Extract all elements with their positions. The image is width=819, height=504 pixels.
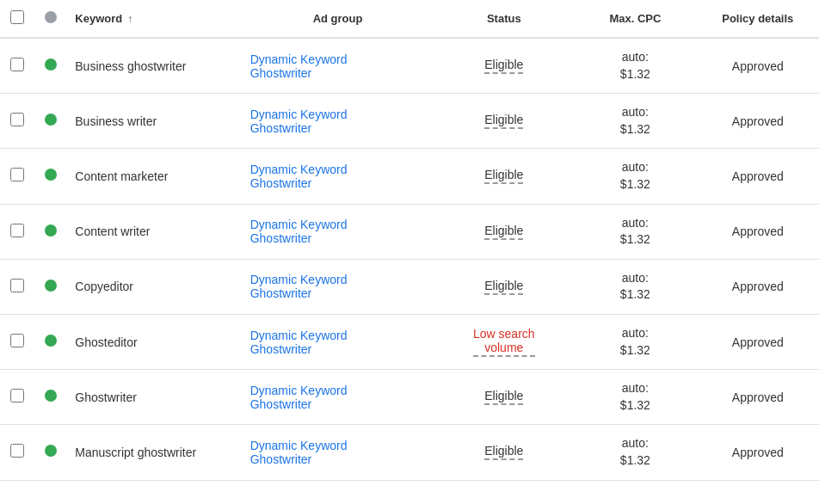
adgroup-link[interactable]: Dynamic KeywordGhostwriter <box>250 384 348 411</box>
row-status-dot-cell <box>35 204 67 259</box>
status-dot-icon <box>45 169 57 181</box>
status-dot-icon <box>45 114 57 126</box>
table-row: Business ghostwriterDynamic KeywordGhost… <box>0 38 819 94</box>
row-checkbox[interactable] <box>10 224 24 237</box>
row-checkbox-cell <box>0 204 35 259</box>
adgroup-link[interactable]: Dynamic KeywordGhostwriter <box>250 52 348 80</box>
header-adgroup: Ad group <box>242 0 434 38</box>
row-checkbox-cell <box>0 314 35 369</box>
row-maxcpc: auto:$1.32 <box>574 370 696 425</box>
row-adgroup[interactable]: Dynamic KeywordGhostwriter <box>242 149 434 204</box>
row-status-dot-cell <box>35 259 67 314</box>
row-checkbox-cell <box>0 259 35 314</box>
status-dot-icon <box>45 335 57 347</box>
table-row: GhosteditorDynamic KeywordGhostwriterLow… <box>0 314 819 369</box>
adgroup-link[interactable]: Dynamic KeywordGhostwriter <box>250 273 348 300</box>
maxcpc-value: auto:$1.32 <box>582 159 687 193</box>
header-dot-col <box>35 0 67 38</box>
maxcpc-value: auto:$1.32 <box>582 435 687 469</box>
row-maxcpc: auto:$1.32 <box>574 38 696 94</box>
row-checkbox[interactable] <box>10 168 24 181</box>
keyword-header-label: Keyword <box>75 12 122 25</box>
row-status: Eligible <box>434 204 574 259</box>
row-policy: Approved <box>697 259 819 314</box>
adgroup-link[interactable]: Dynamic KeywordGhostwriter <box>250 439 348 466</box>
row-status-dot-cell <box>35 370 67 425</box>
adgroup-link[interactable]: Dynamic KeywordGhostwriter <box>250 329 348 356</box>
maxcpc-value: auto:$1.32 <box>582 380 687 414</box>
row-keyword: Content writer <box>66 204 241 259</box>
status-dot-icon <box>45 445 57 457</box>
row-checkbox-cell <box>0 38 35 94</box>
status-dot-icon <box>45 58 57 71</box>
row-keyword: Business ghostwriter <box>66 38 241 94</box>
header-status: Status <box>434 0 574 38</box>
header-dot-icon <box>45 11 57 23</box>
status-label: Eligible <box>484 389 523 405</box>
row-status: Eligible <box>434 259 574 314</box>
header-maxcpc: Max. CPC <box>574 0 696 38</box>
row-policy: Approved <box>697 38 819 94</box>
select-all-checkbox[interactable] <box>10 10 24 24</box>
adgroup-link[interactable]: Dynamic KeywordGhostwriter <box>250 218 348 245</box>
row-keyword: Ghosteditor <box>66 314 241 369</box>
row-keyword: Copyeditor <box>66 259 241 314</box>
table-row: Content marketerDynamic KeywordGhostwrit… <box>0 149 819 204</box>
row-adgroup[interactable]: Dynamic KeywordGhostwriter <box>242 425 434 480</box>
row-maxcpc: auto:$1.32 <box>574 425 696 480</box>
row-maxcpc: auto:$1.32 <box>574 204 696 259</box>
row-status: Eligible <box>434 38 574 94</box>
row-adgroup[interactable]: Dynamic KeywordGhostwriter <box>242 370 434 425</box>
row-status: Low searchvolume <box>434 314 574 369</box>
row-checkbox[interactable] <box>10 58 24 71</box>
maxcpc-value: auto:$1.32 <box>582 270 687 304</box>
status-dot-icon <box>45 224 57 237</box>
row-checkbox[interactable] <box>10 444 24 458</box>
row-adgroup[interactable]: Dynamic KeywordGhostwriter <box>242 204 434 259</box>
row-adgroup[interactable]: Dynamic KeywordGhostwriter <box>242 38 434 94</box>
row-policy: Approved <box>697 314 819 369</box>
row-keyword: Content marketer <box>66 149 241 204</box>
sort-arrow-icon: ↑ <box>127 13 132 25</box>
status-label: Eligible <box>484 168 523 184</box>
row-checkbox[interactable] <box>10 389 24 403</box>
row-status-dot-cell <box>35 38 67 94</box>
row-maxcpc: auto:$1.32 <box>574 259 696 314</box>
row-policy: Approved <box>697 149 819 204</box>
row-status-dot-cell <box>35 94 67 149</box>
row-policy: Approved <box>697 370 819 425</box>
maxcpc-value: auto:$1.32 <box>582 215 687 249</box>
header-policy: Policy details <box>697 0 819 38</box>
table-row: Content writerDynamic KeywordGhostwriter… <box>0 204 819 259</box>
status-label: Eligible <box>484 113 523 129</box>
row-checkbox[interactable] <box>10 334 24 347</box>
row-adgroup[interactable]: Dynamic KeywordGhostwriter <box>242 314 434 369</box>
row-maxcpc: auto:$1.32 <box>574 94 696 149</box>
row-maxcpc: auto:$1.32 <box>574 149 696 204</box>
keywords-table: Keyword ↑ Ad group Status Max. CPC Polic… <box>0 0 819 481</box>
row-adgroup[interactable]: Dynamic KeywordGhostwriter <box>242 94 434 149</box>
row-checkbox[interactable] <box>10 279 24 292</box>
table-row: CopyeditorDynamic KeywordGhostwriterElig… <box>0 259 819 314</box>
status-label: Eligible <box>484 444 523 460</box>
row-checkbox-cell <box>0 425 35 480</box>
row-checkbox-cell <box>0 149 35 204</box>
row-status-dot-cell <box>35 425 67 480</box>
table-row: Manuscript ghostwriterDynamic KeywordGho… <box>0 425 819 480</box>
row-keyword: Business writer <box>66 94 241 149</box>
status-label: Low searchvolume <box>473 327 535 357</box>
row-keyword: Ghostwriter <box>66 370 241 425</box>
row-checkbox[interactable] <box>10 113 24 126</box>
row-adgroup[interactable]: Dynamic KeywordGhostwriter <box>242 259 434 314</box>
row-policy: Approved <box>697 204 819 259</box>
adgroup-link[interactable]: Dynamic KeywordGhostwriter <box>250 108 348 135</box>
row-policy: Approved <box>697 94 819 149</box>
row-status: Eligible <box>434 149 574 204</box>
header-checkbox-col <box>0 0 35 38</box>
row-status-dot-cell <box>35 314 67 369</box>
row-status: Eligible <box>434 370 574 425</box>
row-status: Eligible <box>434 94 574 149</box>
status-label: Eligible <box>484 279 523 295</box>
header-keyword[interactable]: Keyword ↑ <box>66 0 241 38</box>
adgroup-link[interactable]: Dynamic KeywordGhostwriter <box>250 163 348 190</box>
